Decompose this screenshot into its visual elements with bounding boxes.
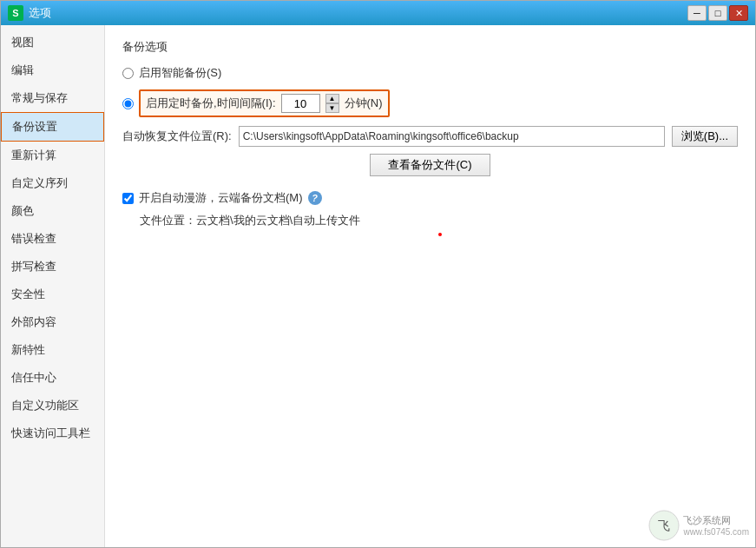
- watermark-url: www.fs0745.com: [683, 527, 749, 537]
- sidebar-item-edit[interactable]: 编辑: [1, 56, 104, 84]
- timed-backup-input[interactable]: [281, 94, 320, 113]
- smart-backup-group: 启用智能备份(S): [122, 65, 738, 81]
- sidebar-item-security[interactable]: 安全性: [1, 281, 104, 308]
- sidebar-item-view[interactable]: 视图: [1, 29, 104, 56]
- sidebar-item-backup-settings[interactable]: 备份设置: [1, 112, 104, 142]
- restore-path-row: 自动恢复文件位置(R): 浏览(B)...: [122, 126, 738, 147]
- spinner-down-button[interactable]: ▼: [325, 103, 339, 113]
- main-content: 视图 编辑 常规与保存 备份设置 重新计算 自定义序列 颜色 错误检查 拼写检查…: [1, 25, 755, 547]
- timed-backup-label: 启用定时备份,时间间隔(I):: [146, 96, 276, 111]
- section-title: 备份选项: [122, 39, 738, 55]
- timed-backup-radio[interactable]: [122, 98, 134, 109]
- maximize-button[interactable]: □: [708, 5, 727, 21]
- close-button[interactable]: ✕: [729, 5, 748, 21]
- timed-backup-unit: 分钟(N): [345, 96, 383, 111]
- smart-backup-radio[interactable]: [122, 68, 134, 79]
- sidebar-item-custom-functions[interactable]: 自定义功能区: [1, 392, 104, 419]
- view-backup-row: 查看备份文件(C): [122, 154, 738, 176]
- sidebar: 视图 编辑 常规与保存 备份设置 重新计算 自定义序列 颜色 错误检查 拼写检查…: [1, 25, 105, 547]
- red-dot: [438, 233, 442, 236]
- timed-backup-option: 启用定时备份,时间间隔(I): ▲ ▼ 分钟(N): [122, 89, 738, 117]
- cloud-section: 开启自动漫游，云端备份文档(M) ? 文件位置：云文档\我的云文档\自动上传文件: [122, 190, 738, 228]
- sidebar-item-new-features[interactable]: 新特性: [1, 336, 104, 364]
- help-icon[interactable]: ?: [308, 191, 322, 205]
- restore-path-input[interactable]: [239, 126, 665, 147]
- sidebar-item-quick-access[interactable]: 快速访问工具栏: [1, 419, 104, 447]
- window-title: 选项: [29, 5, 51, 21]
- main-window: S 选项 ─ □ ✕ 视图 编辑 常规与保存 备份设置 重新计算 自定义序列 颜…: [0, 0, 756, 548]
- smart-backup-option: 启用智能备份(S): [122, 65, 738, 81]
- sidebar-item-color[interactable]: 颜色: [1, 197, 104, 225]
- spinner-up-button[interactable]: ▲: [325, 94, 339, 103]
- sidebar-item-spell-check[interactable]: 拼写检查: [1, 253, 104, 281]
- view-backup-button[interactable]: 查看备份文件(C): [370, 154, 490, 176]
- sidebar-item-general-save[interactable]: 常规与保存: [1, 84, 104, 112]
- title-bar: S 选项 ─ □ ✕: [1, 1, 755, 25]
- sidebar-item-recalculate[interactable]: 重新计算: [1, 142, 104, 169]
- minimize-button[interactable]: ─: [687, 5, 707, 21]
- watermark-site: 飞沙系统网: [683, 514, 749, 527]
- file-location-row: 文件位置：云文档\我的云文档\自动上传文件: [140, 213, 738, 228]
- smart-backup-label: 启用智能备份(S): [139, 65, 221, 81]
- title-bar-left: S 选项: [8, 5, 51, 21]
- sidebar-item-external-content[interactable]: 外部内容: [1, 308, 104, 336]
- svg-text:飞: 飞: [658, 518, 670, 532]
- watermark: 飞 飞沙系统网 www.fs0745.com: [648, 510, 749, 541]
- sidebar-item-trust-center[interactable]: 信任中心: [1, 364, 104, 392]
- cloud-backup-label: 开启自动漫游，云端备份文档(M): [139, 190, 303, 206]
- sidebar-item-custom-sequence[interactable]: 自定义序列: [1, 169, 104, 197]
- cloud-backup-checkbox[interactable]: [122, 193, 134, 204]
- restore-path-label: 自动恢复文件位置(R):: [122, 129, 232, 144]
- cloud-option-row: 开启自动漫游，云端备份文档(M) ?: [122, 190, 738, 206]
- browse-button[interactable]: 浏览(B)...: [672, 126, 738, 147]
- file-location-label: 文件位置：云文档\我的云文档\自动上传文件: [140, 213, 360, 228]
- timed-backup-group: 启用定时备份,时间间隔(I): ▲ ▼ 分钟(N): [122, 89, 738, 117]
- app-icon: S: [8, 5, 23, 21]
- spinner-buttons: ▲ ▼: [325, 94, 339, 113]
- sidebar-item-error-check[interactable]: 错误检查: [1, 225, 104, 253]
- timed-backup-row: 启用定时备份,时间间隔(I): ▲ ▼ 分钟(N): [139, 89, 390, 117]
- watermark-logo: 飞: [648, 510, 680, 541]
- content-area: 备份选项 启用智能备份(S) 启用定时备份,时间间隔(I): ▲: [105, 25, 755, 547]
- title-bar-controls: ─ □ ✕: [687, 5, 748, 21]
